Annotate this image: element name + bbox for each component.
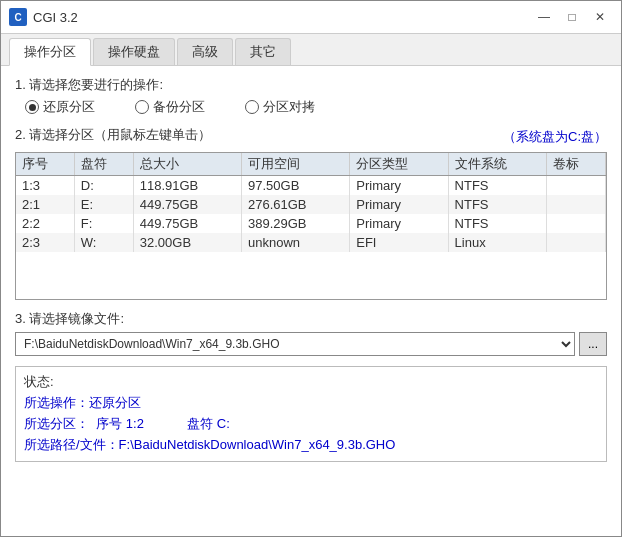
- cell-4: Primary: [350, 214, 448, 233]
- radio-group-ops: 还原分区 备份分区 分区对拷: [15, 98, 607, 116]
- image-path-select[interactable]: F:\BaiduNetdiskDownload\Win7_x64_9.3b.GH…: [15, 332, 575, 356]
- image-select-row: F:\BaiduNetdiskDownload\Win7_x64_9.3b.GH…: [15, 332, 607, 356]
- tab-advanced[interactable]: 高级: [177, 38, 233, 65]
- partition-tbody: 1:3D:118.91GB97.50GBPrimaryNTFS2:1E:449.…: [16, 176, 606, 253]
- section3: 3. 请选择镜像文件: F:\BaiduNetdiskDownload\Win7…: [15, 310, 607, 356]
- radio-clone-label: 分区对拷: [263, 98, 315, 116]
- col-drive: 盘符: [74, 153, 133, 176]
- cell-1: D:: [74, 176, 133, 196]
- cell-5: NTFS: [448, 195, 546, 214]
- cell-4: Primary: [350, 195, 448, 214]
- browse-button[interactable]: ...: [579, 332, 607, 356]
- cell-6: [546, 233, 605, 252]
- section3-label: 3. 请选择镜像文件:: [15, 310, 607, 328]
- cell-0: 2:3: [16, 233, 74, 252]
- cell-5: NTFS: [448, 176, 546, 196]
- table-row[interactable]: 2:1E:449.75GB276.61GBPrimaryNTFS: [16, 195, 606, 214]
- partition-table-container[interactable]: 序号 盘符 总大小 可用空间 分区类型 文件系统 卷标 1:3D:118.91G…: [15, 152, 607, 300]
- minimize-button[interactable]: —: [531, 7, 557, 27]
- radio-restore[interactable]: 还原分区: [25, 98, 95, 116]
- radio-clone[interactable]: 分区对拷: [245, 98, 315, 116]
- partition-table: 序号 盘符 总大小 可用空间 分区类型 文件系统 卷标 1:3D:118.91G…: [16, 153, 606, 252]
- maximize-button[interactable]: □: [559, 7, 585, 27]
- window-title: CGI 3.2: [33, 10, 78, 25]
- cell-5: Linux: [448, 233, 546, 252]
- section2-header: 2. 请选择分区（用鼠标左键单击） （系统盘为C:盘）: [15, 126, 607, 148]
- section1-label: 1. 请选择您要进行的操作:: [15, 76, 607, 94]
- status-title: 状态:: [24, 373, 598, 391]
- cell-6: [546, 214, 605, 233]
- cell-2: 32.00GB: [133, 233, 241, 252]
- col-fs: 文件系统: [448, 153, 546, 176]
- cell-6: [546, 195, 605, 214]
- col-label: 卷标: [546, 153, 605, 176]
- radio-backup[interactable]: 备份分区: [135, 98, 205, 116]
- section2: 2. 请选择分区（用鼠标左键单击） （系统盘为C:盘） 序号 盘符 总大小 可用…: [15, 126, 607, 300]
- radio-clone-circle: [245, 100, 259, 114]
- tab-partition-ops[interactable]: 操作分区: [9, 38, 91, 66]
- cell-1: E:: [74, 195, 133, 214]
- section2-label: 2. 请选择分区（用鼠标左键单击）: [15, 126, 211, 144]
- cell-3: unknown: [242, 233, 350, 252]
- cell-0: 1:3: [16, 176, 74, 196]
- section1: 1. 请选择您要进行的操作: 还原分区 备份分区 分区对拷: [15, 76, 607, 116]
- cell-2: 118.91GB: [133, 176, 241, 196]
- radio-backup-label: 备份分区: [153, 98, 205, 116]
- cell-4: Primary: [350, 176, 448, 196]
- table-header-row: 序号 盘符 总大小 可用空间 分区类型 文件系统 卷标: [16, 153, 606, 176]
- cell-2: 449.75GB: [133, 195, 241, 214]
- cell-1: F:: [74, 214, 133, 233]
- close-button[interactable]: ✕: [587, 7, 613, 27]
- cell-3: 276.61GB: [242, 195, 350, 214]
- cell-5: NTFS: [448, 214, 546, 233]
- cell-2: 449.75GB: [133, 214, 241, 233]
- table-row[interactable]: 1:3D:118.91GB97.50GBPrimaryNTFS: [16, 176, 606, 196]
- title-bar: C CGI 3.2 — □ ✕: [1, 1, 621, 34]
- cell-6: [546, 176, 605, 196]
- status-line1: 所选操作：还原分区: [24, 393, 598, 414]
- main-window: C CGI 3.2 — □ ✕ 操作分区 操作硬盘 高级 其它 1. 请选择您要…: [0, 0, 622, 537]
- cell-3: 389.29GB: [242, 214, 350, 233]
- table-row[interactable]: 2:3W:32.00GBunknownEFILinux: [16, 233, 606, 252]
- table-row[interactable]: 2:2F:449.75GB389.29GBPrimaryNTFS: [16, 214, 606, 233]
- status-line3: 所选路径/文件：F:\BaiduNetdiskDownload\Win7_x64…: [24, 435, 598, 456]
- app-icon: C: [9, 8, 27, 26]
- col-free: 可用空间: [242, 153, 350, 176]
- title-left: C CGI 3.2: [9, 8, 78, 26]
- col-total: 总大小: [133, 153, 241, 176]
- status-box: 状态: 所选操作：还原分区 所选分区： 序号 1:2 盘符 C: 所选路径/文件…: [15, 366, 607, 462]
- cell-0: 2:2: [16, 214, 74, 233]
- main-content: 1. 请选择您要进行的操作: 还原分区 备份分区 分区对拷 2. 请选择分区: [1, 66, 621, 536]
- col-seq: 序号: [16, 153, 74, 176]
- cell-3: 97.50GB: [242, 176, 350, 196]
- radio-restore-circle: [25, 100, 39, 114]
- title-controls: — □ ✕: [531, 7, 613, 27]
- tab-bar: 操作分区 操作硬盘 高级 其它: [1, 34, 621, 66]
- radio-backup-circle: [135, 100, 149, 114]
- radio-restore-label: 还原分区: [43, 98, 95, 116]
- tab-disk-ops[interactable]: 操作硬盘: [93, 38, 175, 65]
- system-disk-label: （系统盘为C:盘）: [503, 128, 607, 146]
- cell-0: 2:1: [16, 195, 74, 214]
- col-type: 分区类型: [350, 153, 448, 176]
- tab-other[interactable]: 其它: [235, 38, 291, 65]
- status-line2: 所选分区： 序号 1:2 盘符 C:: [24, 414, 598, 435]
- cell-1: W:: [74, 233, 133, 252]
- cell-4: EFI: [350, 233, 448, 252]
